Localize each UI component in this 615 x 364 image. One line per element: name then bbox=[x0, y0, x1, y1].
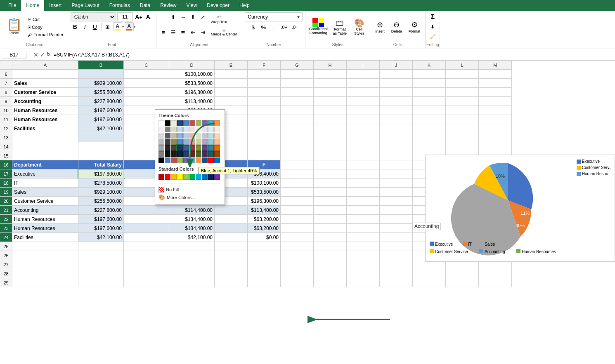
cell-D24[interactable]: $42,100.00 bbox=[169, 233, 215, 242]
cell-J22[interactable] bbox=[380, 215, 413, 224]
cell-G11[interactable] bbox=[281, 115, 314, 124]
cell-A15[interactable] bbox=[12, 151, 78, 160]
cell-J23[interactable] bbox=[380, 224, 413, 233]
theme-color-swatch-2[interactable] bbox=[171, 120, 177, 126]
increase-font-button[interactable]: A+ bbox=[134, 12, 143, 21]
no-fill-button[interactable]: No Fill bbox=[158, 186, 221, 193]
cell-M8[interactable] bbox=[479, 88, 512, 97]
row-header-11[interactable]: 11 bbox=[0, 115, 12, 124]
cell-A8[interactable]: Customer Service bbox=[12, 88, 78, 97]
cell-G25[interactable] bbox=[281, 242, 314, 251]
increase-indent-button[interactable]: ⇥ bbox=[199, 28, 208, 37]
cell-G29[interactable] bbox=[281, 278, 314, 287]
col-header-F[interactable]: F bbox=[248, 61, 281, 70]
cell-B10[interactable]: $197,600.00 bbox=[78, 106, 124, 115]
format-button[interactable]: ⚙ Format bbox=[406, 19, 423, 35]
cell-C22[interactable] bbox=[124, 215, 169, 224]
row-header-14[interactable]: 14 bbox=[0, 142, 12, 151]
theme-color-swatch-33[interactable] bbox=[177, 139, 183, 145]
cell-B24[interactable]: $42,100.00 bbox=[78, 233, 124, 242]
row-header-8[interactable]: 8 bbox=[0, 88, 12, 97]
decrease-font-button[interactable]: A- bbox=[144, 12, 154, 21]
cell-A23[interactable]: Human Resources bbox=[12, 224, 78, 233]
cell-G14[interactable] bbox=[281, 142, 314, 151]
cell-I17[interactable] bbox=[347, 169, 380, 178]
cell-J19[interactable] bbox=[380, 188, 413, 197]
theme-color-swatch-22[interactable] bbox=[171, 133, 177, 139]
cell-F26[interactable] bbox=[248, 251, 281, 260]
col-header-A[interactable]: A bbox=[12, 61, 78, 70]
cell-L29[interactable] bbox=[446, 278, 479, 287]
cell-K9[interactable] bbox=[413, 97, 446, 106]
cell-C9[interactable] bbox=[124, 97, 169, 106]
cell-I26[interactable] bbox=[347, 251, 380, 260]
cell-I21[interactable] bbox=[347, 206, 380, 215]
cell-F21[interactable]: $113,400.00 bbox=[248, 206, 281, 215]
cell-D22[interactable]: $134,400.00 bbox=[169, 215, 215, 224]
cell-C23[interactable] bbox=[124, 224, 169, 233]
theme-color-swatch-3[interactable] bbox=[177, 120, 183, 126]
tab-data[interactable]: Data bbox=[135, 0, 155, 11]
format-as-table-button[interactable]: 🗃 Format as Table bbox=[330, 16, 349, 38]
cell-G22[interactable] bbox=[281, 215, 314, 224]
col-header-L[interactable]: L bbox=[446, 61, 479, 70]
cell-H13[interactable] bbox=[314, 133, 347, 142]
theme-color-swatch-9[interactable] bbox=[214, 120, 220, 126]
cell-F25[interactable] bbox=[248, 242, 281, 251]
cell-F22[interactable]: $63,200.00 bbox=[248, 215, 281, 224]
cell-E6[interactable] bbox=[215, 70, 248, 79]
row-header-9[interactable]: 9 bbox=[0, 97, 12, 106]
cell-G7[interactable] bbox=[281, 79, 314, 88]
cell-G10[interactable] bbox=[281, 106, 314, 115]
standard-color-swatch-2[interactable] bbox=[171, 174, 177, 180]
theme-color-swatch-31[interactable] bbox=[165, 139, 170, 145]
theme-color-swatch-43[interactable] bbox=[177, 145, 183, 151]
cell-K13[interactable] bbox=[413, 133, 446, 142]
theme-color-swatch-59[interactable] bbox=[214, 151, 220, 157]
cell-D8[interactable]: $196,300.00 bbox=[169, 88, 215, 97]
col-header-K[interactable]: K bbox=[413, 61, 446, 70]
tab-insert[interactable]: Insert bbox=[44, 0, 66, 11]
decrease-decimal-button[interactable]: .0- bbox=[290, 23, 299, 32]
cell-A13[interactable] bbox=[12, 133, 78, 142]
theme-color-swatch-42[interactable] bbox=[171, 145, 177, 151]
row-header-25[interactable]: 25 bbox=[0, 242, 12, 251]
row-header-24[interactable]: 24 bbox=[0, 233, 12, 242]
cell-J11[interactable] bbox=[380, 115, 413, 124]
cell-B27[interactable] bbox=[78, 260, 124, 269]
cell-F27[interactable] bbox=[248, 260, 281, 269]
theme-color-swatch-8[interactable] bbox=[208, 120, 214, 126]
theme-color-swatch-14[interactable] bbox=[183, 127, 189, 132]
theme-color-swatch-30[interactable] bbox=[158, 139, 164, 145]
insert-button[interactable]: ⊕ Insert bbox=[373, 19, 387, 35]
cell-I8[interactable] bbox=[347, 88, 380, 97]
row-header-28[interactable]: 28 bbox=[0, 269, 12, 278]
cell-C25[interactable] bbox=[124, 242, 169, 251]
cell-B14[interactable] bbox=[78, 142, 124, 151]
cell-B23[interactable]: $197,600.00 bbox=[78, 224, 124, 233]
cell-D6[interactable]: $100,100.00 bbox=[169, 70, 215, 79]
cell-K11[interactable] bbox=[413, 115, 446, 124]
cell-M14[interactable] bbox=[479, 142, 512, 151]
cell-J18[interactable] bbox=[380, 178, 413, 188]
theme-color-swatch-32[interactable] bbox=[171, 139, 177, 145]
theme-color-swatch-24[interactable] bbox=[183, 133, 189, 139]
theme-color-swatch-58[interactable] bbox=[208, 151, 214, 157]
cell-B6[interactable] bbox=[78, 70, 124, 79]
cell-L6[interactable] bbox=[446, 70, 479, 79]
bold-button[interactable]: B bbox=[71, 22, 80, 31]
cell-J20[interactable] bbox=[380, 197, 413, 206]
theme-color-swatch-10[interactable] bbox=[158, 127, 164, 132]
theme-color-swatch-21[interactable] bbox=[165, 133, 170, 139]
row-header-7[interactable]: 7 bbox=[0, 79, 12, 88]
cell-C29[interactable] bbox=[124, 278, 169, 287]
cell-H15[interactable] bbox=[314, 151, 347, 160]
align-center-button[interactable]: ☰ bbox=[169, 28, 178, 37]
cell-D29[interactable] bbox=[169, 278, 215, 287]
cell-H9[interactable] bbox=[314, 97, 347, 106]
theme-color-swatch-5[interactable] bbox=[189, 120, 195, 126]
cell-J24[interactable] bbox=[380, 233, 413, 242]
text-direction-button[interactable]: ↗ bbox=[198, 12, 207, 21]
theme-color-swatch-11[interactable] bbox=[165, 127, 170, 132]
cell-G15[interactable] bbox=[281, 151, 314, 160]
